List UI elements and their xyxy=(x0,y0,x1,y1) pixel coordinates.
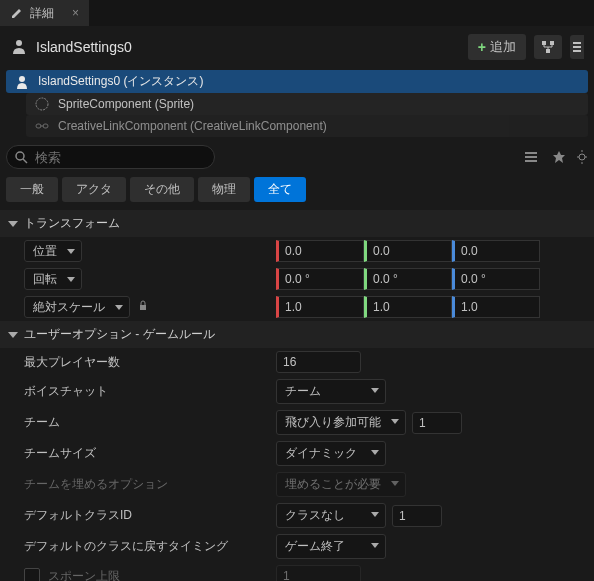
filter-tabs: 一般 アクタ その他 物理 全て xyxy=(0,177,594,210)
search-input[interactable] xyxy=(6,145,215,169)
plus-icon: + xyxy=(478,39,486,55)
scale-y[interactable]: 1.0 xyxy=(364,296,452,318)
default-class-row: デフォルトクラスID クラスなし xyxy=(0,500,594,531)
tree-item-label: SpriteComponent (Sprite) xyxy=(58,97,194,111)
actor-title: IslandSettings0 xyxy=(36,39,460,55)
tree-child-item[interactable]: SpriteComponent (Sprite) xyxy=(26,93,588,115)
add-button[interactable]: + 追加 xyxy=(468,34,526,60)
hierarchy-button[interactable] xyxy=(534,35,562,59)
link-icon xyxy=(34,118,50,134)
svg-line-13 xyxy=(23,159,27,163)
svg-point-7 xyxy=(19,76,25,82)
svg-rect-15 xyxy=(525,156,537,158)
scale-row: 絶対スケール 1.0 1.0 1.0 xyxy=(0,293,594,321)
voice-chat-dropdown[interactable]: チーム xyxy=(276,379,386,404)
section-label: トランスフォーム xyxy=(24,215,120,232)
team-size-label: チームサイズ xyxy=(6,445,276,462)
svg-rect-1 xyxy=(542,41,546,45)
settings-button[interactable] xyxy=(576,146,588,168)
title-row: IslandSettings0 + 追加 xyxy=(0,26,594,68)
tree-root-item[interactable]: IslandSettings0 (インスタンス) xyxy=(6,70,588,93)
list-view-button[interactable] xyxy=(520,146,542,168)
sprite-icon xyxy=(34,96,50,112)
settings-partial-button[interactable] xyxy=(570,35,584,59)
spawn-cap-row: スポーン上限 xyxy=(0,562,594,581)
max-players-input[interactable] xyxy=(276,351,361,373)
rotation-y[interactable]: 0.0 ° xyxy=(364,268,452,290)
team-dropdown[interactable]: 飛び入り参加可能 xyxy=(276,410,406,435)
pencil-icon xyxy=(10,6,24,20)
spawn-cap-checkbox[interactable] xyxy=(24,568,40,581)
chevron-down-icon xyxy=(8,332,18,338)
fill-team-dropdown: 埋めることが必要 xyxy=(276,472,406,497)
svg-rect-16 xyxy=(525,160,537,162)
filter-physics[interactable]: 物理 xyxy=(198,177,250,202)
section-gamerules[interactable]: ユーザーオプション - ゲームルール xyxy=(0,321,594,348)
svg-point-12 xyxy=(16,152,24,160)
filter-other[interactable]: その他 xyxy=(130,177,194,202)
scale-dropdown[interactable]: 絶対スケール xyxy=(24,296,130,318)
team-row: チーム 飛び入り参加可能 xyxy=(0,407,594,438)
filter-general[interactable]: 一般 xyxy=(6,177,58,202)
lock-icon[interactable] xyxy=(137,300,149,314)
details-tab[interactable]: 詳細 × xyxy=(0,0,89,26)
rotation-x[interactable]: 0.0 ° xyxy=(276,268,364,290)
svg-rect-14 xyxy=(525,152,537,154)
chevron-down-icon xyxy=(8,221,18,227)
revert-class-row: デフォルトのクラスに戻すタイミング ゲーム終了 xyxy=(0,531,594,562)
search-bar xyxy=(0,145,594,177)
rotation-row: 回転 0.0 ° 0.0 ° 0.0 ° xyxy=(0,265,594,293)
fill-team-label: チームを埋めるオプション xyxy=(6,476,276,493)
team-number-input[interactable] xyxy=(412,412,462,434)
max-players-row: 最大プレイヤー数 xyxy=(0,348,594,376)
add-button-label: 追加 xyxy=(490,38,516,56)
location-y[interactable]: 0.0 xyxy=(364,240,452,262)
spawn-cap-label: スポーン上限 xyxy=(48,568,120,582)
spawn-cap-input xyxy=(276,565,361,581)
svg-rect-4 xyxy=(573,42,581,44)
svg-rect-18 xyxy=(140,305,146,310)
svg-rect-6 xyxy=(573,50,581,52)
location-x[interactable]: 0.0 xyxy=(276,240,364,262)
component-tree: IslandSettings0 (インスタンス) SpriteComponent… xyxy=(0,68,594,145)
voice-chat-row: ボイスチャット チーム xyxy=(0,376,594,407)
actor-icon xyxy=(10,38,28,56)
close-icon[interactable]: × xyxy=(72,6,79,20)
team-size-row: チームサイズ ダイナミック xyxy=(0,438,594,469)
tree-item-label: CreativeLinkComponent (CreativeLinkCompo… xyxy=(58,119,327,133)
default-class-dropdown[interactable]: クラスなし xyxy=(276,503,386,528)
svg-rect-3 xyxy=(546,49,550,53)
svg-point-0 xyxy=(16,40,22,46)
svg-point-17 xyxy=(579,154,585,160)
tab-bar: 詳細 × xyxy=(0,0,594,26)
filter-all[interactable]: 全て xyxy=(254,177,306,202)
location-row: 位置 0.0 0.0 0.0 xyxy=(0,237,594,265)
team-size-dropdown[interactable]: ダイナミック xyxy=(276,441,386,466)
tree-child-item[interactable]: CreativeLinkComponent (CreativeLinkCompo… xyxy=(26,115,588,137)
tab-title: 詳細 xyxy=(30,5,54,22)
location-dropdown[interactable]: 位置 xyxy=(24,240,82,262)
default-class-label: デフォルトクラスID xyxy=(6,507,276,524)
actor-icon xyxy=(14,74,30,90)
rotation-dropdown[interactable]: 回転 xyxy=(24,268,82,290)
team-label: チーム xyxy=(6,414,276,431)
svg-point-8 xyxy=(36,98,48,110)
revert-class-dropdown[interactable]: ゲーム終了 xyxy=(276,534,386,559)
fill-team-row: チームを埋めるオプション 埋めることが必要 xyxy=(0,469,594,500)
location-z[interactable]: 0.0 xyxy=(452,240,540,262)
filter-actor[interactable]: アクタ xyxy=(62,177,126,202)
default-class-number-input[interactable] xyxy=(392,505,442,527)
section-transform[interactable]: トランスフォーム xyxy=(0,210,594,237)
scale-x[interactable]: 1.0 xyxy=(276,296,364,318)
revert-class-label: デフォルトのクラスに戻すタイミング xyxy=(6,538,276,555)
svg-rect-2 xyxy=(550,41,554,45)
favorite-button[interactable] xyxy=(548,146,570,168)
max-players-label: 最大プレイヤー数 xyxy=(6,354,276,371)
scale-z[interactable]: 1.0 xyxy=(452,296,540,318)
search-icon xyxy=(14,150,28,164)
tree-item-label: IslandSettings0 (インスタンス) xyxy=(38,73,203,90)
rotation-z[interactable]: 0.0 ° xyxy=(452,268,540,290)
section-label: ユーザーオプション - ゲームルール xyxy=(24,326,215,343)
voice-chat-label: ボイスチャット xyxy=(6,383,276,400)
svg-rect-5 xyxy=(573,46,581,48)
